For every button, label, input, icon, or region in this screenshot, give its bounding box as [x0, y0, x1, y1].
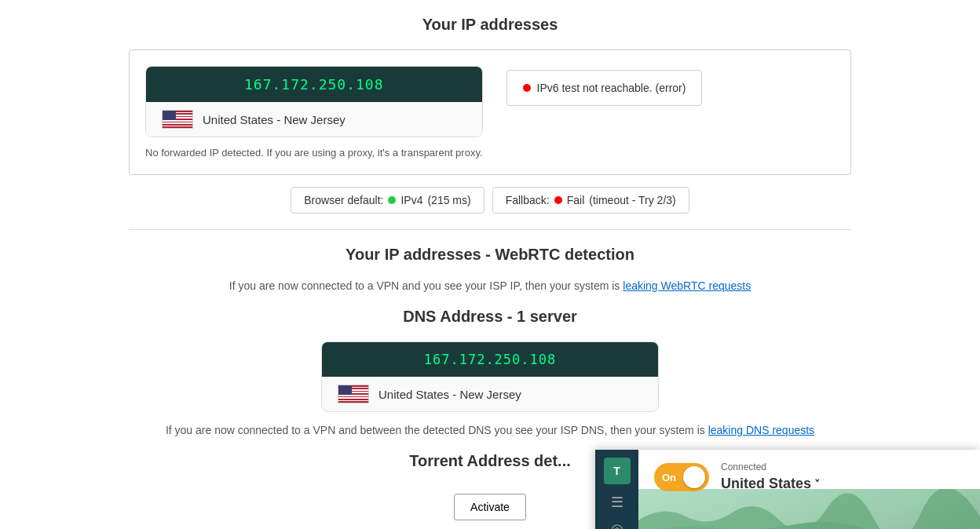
webrtc-leak-link[interactable]: leaking WebRTC requests — [623, 279, 751, 292]
dns-leak-link[interactable]: leaking DNS requests — [708, 424, 814, 436]
fallback-red-dot-icon — [554, 196, 562, 204]
dns-ip-address: 167.172.250.108 — [322, 342, 658, 377]
vpn-info: Connected United States ˅ — [721, 462, 820, 492]
dns-us-flag-icon — [338, 385, 369, 403]
toggle-track[interactable]: On — [654, 463, 709, 491]
vpn-globe-icon[interactable]: ◎ — [611, 520, 623, 529]
ip-location-text: United States - New Jersey — [203, 113, 346, 126]
vpn-menu-icon[interactable]: ☰ — [611, 494, 623, 511]
green-dot-icon — [388, 196, 396, 204]
activate-button[interactable]: Activate — [454, 494, 526, 520]
webrtc-desc: If you are now connected to a VPN and yo… — [129, 279, 851, 292]
fallback-status: Fail — [567, 194, 585, 206]
dns-location-text: United States - New Jersey — [378, 388, 521, 401]
webrtc-title: Your IP addresses - WebRTC detection — [129, 246, 851, 264]
browser-ms: (215 ms) — [427, 194, 470, 206]
section-divider — [129, 229, 851, 230]
red-dot-icon — [523, 84, 531, 92]
browser-default-label: Browser default: — [304, 194, 383, 206]
dns-section: DNS Address - 1 server 167.172.250.108 U… — [129, 308, 851, 436]
fallback-label: Fallback: — [506, 194, 550, 206]
fallback-badge: Fallback: Fail (timeout - Try 2/3) — [492, 187, 689, 213]
vpn-country-name: United States — [721, 476, 811, 492]
us-flag-icon — [162, 110, 193, 129]
ip-info-box: 167.172.250.108 United States - New Jers… — [129, 49, 851, 175]
ipv6-text: IPv6 test not reachable. (error) — [537, 82, 686, 94]
vpn-connected-label: Connected — [721, 462, 820, 472]
vpn-widget: T ☰ ◎ On Connected United Stat — [595, 450, 980, 529]
ip-address-display: 167.172.250.108 — [146, 67, 482, 102]
vpn-logo-icon[interactable]: T — [604, 458, 631, 484]
status-row: Browser default: IPv4 (215 ms) Fallback:… — [129, 187, 851, 213]
fallback-detail: (timeout - Try 2/3) — [589, 194, 675, 206]
vpn-toggle[interactable]: On — [654, 463, 709, 491]
vpn-controls: On Connected United States ˅ — [654, 462, 964, 492]
ipv6-box: IPv6 test not reachable. (error) — [506, 70, 703, 106]
ip-card: 167.172.250.108 United States - New Jers… — [145, 66, 483, 137]
no-forwarded-text: No forwarded IP detected. If you are usi… — [145, 147, 483, 159]
toggle-knob — [683, 466, 705, 488]
vpn-country-selector[interactable]: United States ˅ — [721, 476, 820, 492]
browser-ipv4-status: IPv4 — [400, 194, 422, 206]
webrtc-section: Your IP addresses - WebRTC detection If … — [129, 246, 851, 292]
vpn-main-panel: On Connected United States ˅ — [638, 450, 980, 504]
dns-location-row: United States - New Jersey — [322, 377, 658, 411]
vpn-chevron-icon: ˅ — [814, 478, 820, 491]
vpn-sidebar: T ☰ ◎ — [595, 450, 638, 529]
browser-default-badge: Browser default: IPv4 (215 ms) — [291, 187, 484, 213]
dns-desc: If you are now connected to a VPN and be… — [129, 424, 851, 436]
dns-title: DNS Address - 1 server — [129, 308, 851, 326]
dns-ip-card: 167.172.250.108 United States - New Jers… — [321, 341, 659, 412]
ip-location-row: United States - New Jersey — [146, 102, 482, 137]
ip-section-title: Your IP addresses — [129, 16, 851, 34]
toggle-on-label: On — [662, 471, 676, 483]
